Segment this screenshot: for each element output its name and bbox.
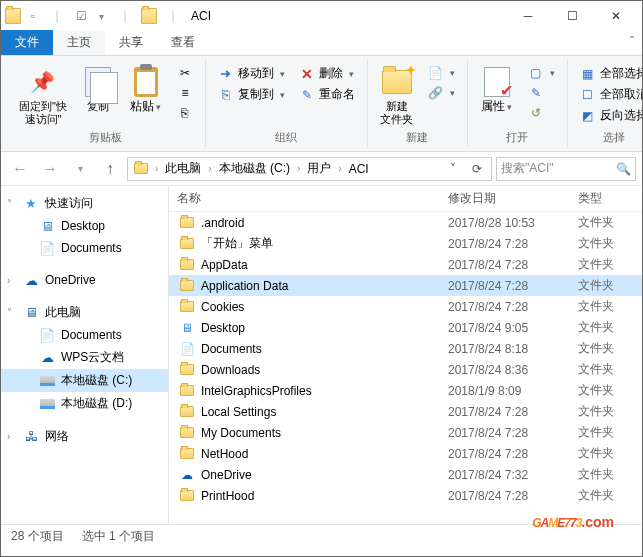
sidebar-diskc[interactable]: 本地磁盘 (C:)	[1, 369, 168, 392]
folder-icon	[179, 383, 195, 399]
rename-button[interactable]: ✎重命名	[295, 85, 359, 104]
sidebar-desktop[interactable]: 🖥Desktop	[1, 215, 168, 237]
delete-button[interactable]: ✕删除▾	[295, 64, 359, 83]
delete-icon: ✕	[299, 66, 315, 82]
collapse-ribbon-icon[interactable]: ˆ	[630, 35, 634, 49]
breadcrumb-seg[interactable]: ACI	[345, 158, 373, 180]
file-date: 2017/8/24 7:28	[440, 300, 570, 314]
col-name[interactable]: 名称	[169, 190, 440, 207]
check-qa-icon[interactable]: ☑	[73, 8, 89, 24]
sidebar-documents2[interactable]: 📄Documents	[1, 324, 168, 346]
chevron-right-icon[interactable]: ›	[205, 163, 214, 174]
file-row[interactable]: PrintHood2017/8/24 7:28文件夹	[169, 485, 642, 506]
props-qa-icon[interactable]: ▫	[25, 8, 41, 24]
file-date: 2017/8/24 7:28	[440, 426, 570, 440]
breadcrumb-seg[interactable]: 用户	[303, 158, 335, 180]
pin-icon: 📌	[27, 66, 59, 98]
easy-access-button[interactable]: 🔗▾	[424, 84, 459, 102]
file-row[interactable]: Local Settings2017/8/24 7:28文件夹	[169, 401, 642, 422]
col-type[interactable]: 类型	[570, 190, 642, 207]
select-none-button[interactable]: ☐全部取消	[576, 85, 643, 104]
sidebar-wps[interactable]: ☁WPS云文档	[1, 346, 168, 369]
file-name: Downloads	[201, 363, 260, 377]
new-folder-button[interactable]: 新建 文件夹	[376, 64, 418, 128]
up-button[interactable]: ↑	[97, 156, 123, 182]
file-type: 文件夹	[570, 382, 642, 399]
refresh-button[interactable]: ⟳	[465, 162, 489, 176]
addr-dropdown-icon[interactable]: ˅	[441, 162, 465, 176]
minimize-button[interactable]: ─	[506, 2, 550, 30]
breadcrumb-seg[interactable]: 此电脑	[161, 158, 205, 180]
copy-button[interactable]: 复制	[77, 64, 119, 115]
forward-button[interactable]: →	[37, 156, 63, 182]
properties-button[interactable]: 属性▾	[476, 64, 518, 116]
invert-selection-button[interactable]: ◩反向选择	[576, 106, 643, 125]
history-button[interactable]: ↺	[524, 104, 559, 122]
file-row[interactable]: ☁OneDrive2017/8/24 7:32文件夹	[169, 464, 642, 485]
file-row[interactable]: Application Data2017/8/24 7:28文件夹	[169, 275, 642, 296]
file-date: 2017/8/24 7:32	[440, 468, 570, 482]
tab-share[interactable]: 共享	[105, 30, 157, 55]
copyto-button[interactable]: ⎘复制到▾	[214, 85, 289, 104]
sidebar-documents[interactable]: 📄Documents	[1, 237, 168, 259]
file-name: Desktop	[201, 321, 245, 335]
edit-button[interactable]: ✎	[524, 84, 559, 102]
file-name: OneDrive	[201, 468, 252, 482]
expand-icon[interactable]: ›	[7, 275, 10, 286]
tab-file[interactable]: 文件	[1, 30, 53, 55]
cut-button[interactable]: ✂	[173, 64, 197, 82]
file-row[interactable]: .android2017/8/28 10:53文件夹	[169, 212, 642, 233]
cloud-icon: ☁	[39, 350, 55, 366]
search-input[interactable]: 搜索"ACI" 🔍	[496, 157, 636, 181]
breadcrumb-seg[interactable]: 本地磁盘 (C:)	[215, 158, 294, 180]
qa-dropdown-icon[interactable]: ▾	[93, 8, 109, 24]
chevron-right-icon[interactable]: ›	[152, 163, 161, 174]
chevron-right-icon[interactable]: ›	[294, 163, 303, 174]
search-icon: 🔍	[616, 162, 631, 176]
paste-shortcut-button[interactable]: ⎘	[173, 104, 197, 122]
file-date: 2017/8/24 7:28	[440, 447, 570, 461]
new-item-button[interactable]: 📄▾	[424, 64, 459, 82]
file-row[interactable]: 「开始」菜单2017/8/24 7:28文件夹	[169, 233, 642, 254]
col-date[interactable]: 修改日期	[440, 190, 570, 207]
folder-icon	[179, 278, 195, 294]
chevron-right-icon[interactable]: ›	[335, 163, 344, 174]
status-bar: 28 个项目 选中 1 个项目	[1, 524, 642, 548]
tab-home[interactable]: 主页	[53, 30, 105, 55]
close-button[interactable]: ✕	[594, 2, 638, 30]
expand-icon[interactable]: ›	[7, 431, 10, 442]
collapse-icon[interactable]: ˅	[7, 307, 12, 318]
collapse-icon[interactable]: ˅	[7, 198, 12, 209]
sidebar-diskd[interactable]: 本地磁盘 (D:)	[1, 392, 168, 415]
maximize-button[interactable]: ☐	[550, 2, 594, 30]
back-button[interactable]: ←	[7, 156, 33, 182]
file-row[interactable]: NetHood2017/8/24 7:28文件夹	[169, 443, 642, 464]
select-all-button[interactable]: ▦全部选择	[576, 64, 643, 83]
moveto-button[interactable]: ➜移动到▾	[214, 64, 289, 83]
addr-root[interactable]	[130, 158, 152, 180]
copy-path-button[interactable]: ≡	[173, 84, 197, 102]
file-name: .android	[201, 216, 244, 230]
file-row[interactable]: 🖥Desktop2017/8/24 9:05文件夹	[169, 317, 642, 338]
doc-icon: 📄	[179, 341, 195, 357]
recent-dropdown[interactable]: ▾	[67, 156, 93, 182]
paste-button[interactable]: 粘贴▾	[125, 64, 167, 116]
sidebar-network[interactable]: ›🖧网络	[1, 425, 168, 448]
sidebar-thispc[interactable]: ˅🖥此电脑	[1, 301, 168, 324]
path-icon: ≡	[177, 85, 193, 101]
file-row[interactable]: My Documents2017/8/24 7:28文件夹	[169, 422, 642, 443]
nav-bar: ← → ▾ ↑ › 此电脑 › 本地磁盘 (C:) › 用户 › ACI ˅ ⟳…	[1, 152, 642, 186]
file-row[interactable]: 📄Documents2017/8/24 8:18文件夹	[169, 338, 642, 359]
file-row[interactable]: Downloads2017/8/24 8:36文件夹	[169, 359, 642, 380]
address-bar[interactable]: › 此电脑 › 本地磁盘 (C:) › 用户 › ACI ˅ ⟳	[127, 157, 492, 181]
sidebar-onedrive[interactable]: ›☁OneDrive	[1, 269, 168, 291]
file-row[interactable]: AppData2017/8/24 7:28文件夹	[169, 254, 642, 275]
file-row[interactable]: Cookies2017/8/24 7:28文件夹	[169, 296, 642, 317]
file-row[interactable]: IntelGraphicsProfiles2018/1/9 8:09文件夹	[169, 380, 642, 401]
file-type: 文件夹	[570, 403, 642, 420]
sep: |	[165, 8, 181, 24]
tab-view[interactable]: 查看	[157, 30, 209, 55]
pin-quickaccess-button[interactable]: 📌 固定到"快 速访问"	[15, 64, 71, 128]
open-button[interactable]: ▢▾	[524, 64, 559, 82]
sidebar-quickaccess[interactable]: ˅★快速访问	[1, 192, 168, 215]
